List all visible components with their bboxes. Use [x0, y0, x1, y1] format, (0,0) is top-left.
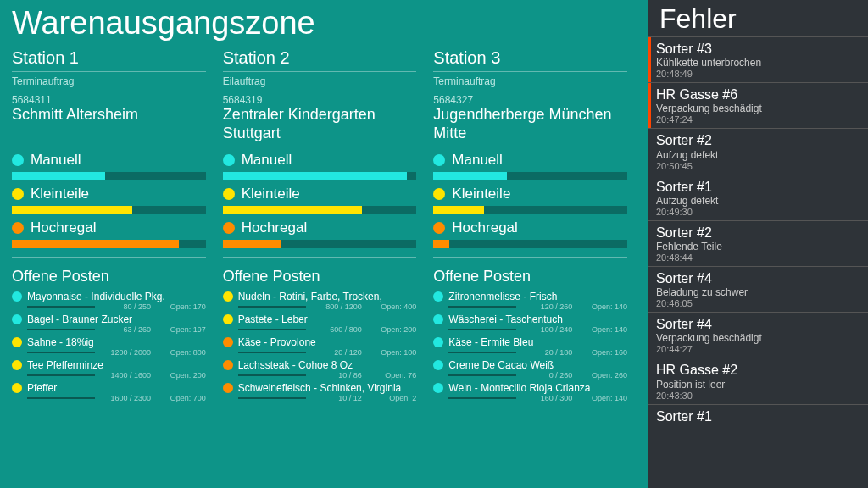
open-item[interactable]: Pfeffer 1600 / 2300 Open: 700: [12, 382, 206, 402]
item-dot-icon: [223, 360, 233, 370]
page-title: Warenausgangszone: [12, 5, 636, 42]
error-item[interactable]: HR Gasse #6 Verpackung beschädigt 20:47:…: [648, 82, 868, 128]
item-count: 120 / 260: [521, 302, 572, 311]
category-dot-icon: [223, 222, 235, 234]
open-item[interactable]: Schweinefleisch - Schinken, Virginia 10 …: [223, 382, 417, 402]
error-message: Position ist leer: [656, 379, 861, 391]
category-progress: [12, 172, 206, 180]
item-progress: [448, 397, 516, 399]
item-dot-icon: [12, 360, 22, 370]
item-open: Open: 200: [381, 325, 416, 334]
errors-list: Sorter #3 Kühlkette unterbrochen 20:48:4…: [648, 36, 868, 428]
error-message: Verpackung beschädigt: [656, 103, 861, 114]
item-progress: [448, 329, 516, 330]
error-item[interactable]: Sorter #3 Kühlkette unterbrochen 20:48:4…: [648, 36, 868, 82]
errors-panel: Fehler Sorter #3 Kühlkette unterbrochen …: [648, 0, 868, 488]
open-item[interactable]: Lachssteak - Cohoe 8 Oz 10 / 86 Open: 76: [223, 359, 417, 380]
station-column: Station 1 Terminauftrag 5684311 Schmitt …: [12, 45, 214, 488]
error-item[interactable]: Sorter #4 Beladung zu schwer 20:46:05: [648, 266, 868, 312]
separator: [12, 71, 206, 72]
stations-row: Station 1 Terminauftrag 5684311 Schmitt …: [12, 45, 636, 488]
station-column: Station 3 Terminauftrag 5684327 Jugendhe…: [425, 45, 636, 488]
item-progress: [27, 306, 95, 308]
item-name: Bagel - Brauner Zucker: [27, 313, 206, 325]
error-title: Sorter #2: [656, 225, 861, 241]
errors-title: Fehler: [648, 3, 868, 36]
item-count: 63 / 260: [100, 325, 151, 334]
error-item[interactable]: Sorter #2 Fehlende Teile 20:48:44: [648, 220, 868, 266]
item-name: Nudeln - Rotini, Farbe, Trocken,: [238, 291, 417, 302]
item-dot-icon: [433, 360, 443, 370]
category-row: Manuell: [223, 152, 417, 169]
category-row: Manuell: [12, 152, 206, 169]
error-item[interactable]: Sorter #2 Aufzug defekt 20:50:45: [648, 128, 868, 174]
item-progress: [238, 374, 306, 376]
item-count: 10 / 12: [311, 394, 362, 402]
item-open: Open: 2: [389, 394, 416, 402]
open-item[interactable]: Käse - Ermite Bleu 20 / 180 Open: 160: [433, 336, 627, 357]
separator: [223, 71, 417, 72]
error-item[interactable]: HR Gasse #2 Position ist leer 20:43:30: [648, 358, 868, 403]
open-item[interactable]: Bagel - Brauner Zucker 63 / 260 Open: 19…: [12, 313, 206, 334]
item-count: 160 / 300: [521, 394, 572, 402]
item-open: Open: 197: [170, 325, 206, 334]
category-label: Manuell: [452, 152, 503, 169]
error-title: HR Gasse #6: [656, 86, 861, 103]
order-type: Terminauftrag: [433, 75, 627, 87]
category-label: Hochregal: [452, 219, 518, 236]
item-dot-icon: [12, 291, 22, 302]
item-open: Open: 140: [592, 394, 627, 402]
open-item[interactable]: Wäscherei - Taschentuch 100 / 240 Open: …: [433, 313, 627, 334]
category-label: Manuell: [242, 152, 292, 169]
open-item[interactable]: Nudeln - Rotini, Farbe, Trocken, 800 / 1…: [223, 291, 417, 311]
item-progress: [238, 352, 306, 353]
open-item[interactable]: Zitronenmelisse - Frisch 120 / 260 Open:…: [433, 291, 627, 311]
error-time: 20:44:27: [656, 344, 861, 354]
error-item[interactable]: Sorter #1: [648, 404, 868, 428]
category-label: Manuell: [31, 152, 81, 169]
order-name: Zentraler Kindergarten Stuttgart: [223, 106, 417, 143]
open-item[interactable]: Creme De Cacao Weiß 0 / 260 Open: 260: [433, 359, 627, 380]
station-title: Station 1: [12, 48, 206, 68]
item-open: Open: 76: [385, 371, 416, 380]
error-item[interactable]: Sorter #4 Verpackung beschädigt 20:44:27: [648, 312, 868, 358]
open-item[interactable]: Käse - Provolone 20 / 120 Open: 100: [223, 336, 417, 357]
item-open: Open: 260: [592, 371, 627, 380]
error-time: 20:50:45: [656, 161, 861, 171]
error-title: Sorter #3: [656, 41, 861, 57]
item-count: 600 / 800: [311, 325, 362, 334]
item-open: Open: 700: [170, 394, 206, 402]
item-open: Open: 100: [381, 348, 416, 357]
category-row: Hochregal: [223, 219, 417, 236]
open-item[interactable]: Sahne - 18%ig 1200 / 2000 Open: 800: [12, 336, 206, 357]
open-items-title: Offene Posten: [12, 268, 206, 286]
order-name: Schmitt Altersheim: [12, 106, 206, 143]
item-dot-icon: [223, 291, 233, 302]
item-dot-icon: [223, 383, 233, 393]
category-dot-icon: [223, 154, 235, 166]
category-dot-icon: [433, 154, 445, 166]
error-item[interactable]: Sorter #1 Aufzug defekt 20:49:30: [648, 175, 868, 220]
order-name: Jugendherberge München Mitte: [433, 106, 627, 143]
error-title: Sorter #4: [656, 270, 861, 286]
error-title: HR Gasse #2: [656, 362, 861, 378]
error-time: 20:48:44: [656, 252, 861, 263]
open-item[interactable]: Wein - Montecillo Rioja Crianza 160 / 30…: [433, 382, 627, 402]
item-name: Creme De Cacao Weiß: [448, 359, 627, 371]
order-type: Terminauftrag: [12, 75, 206, 87]
open-items-title: Offene Posten: [433, 268, 627, 286]
item-dot-icon: [433, 314, 443, 324]
category-dot-icon: [12, 188, 24, 200]
open-item[interactable]: Tee Pfefferminze 1400 / 1600 Open: 200: [12, 359, 206, 380]
order-number: 5684311: [12, 94, 206, 106]
error-message: Aufzug defekt: [656, 195, 861, 207]
category-row: Kleinteile: [433, 186, 627, 202]
item-progress: [27, 374, 95, 376]
item-count: 1600 / 2300: [100, 394, 151, 402]
error-title: Sorter #2: [656, 132, 861, 148]
open-item[interactable]: Pastete - Leber 600 / 800 Open: 200: [223, 313, 417, 334]
open-item[interactable]: Mayonnaise - Individuelle Pkg. 80 / 250 …: [12, 291, 206, 311]
station-title: Station 3: [433, 48, 627, 68]
category-dot-icon: [223, 188, 235, 200]
category-label: Kleinteile: [452, 186, 510, 202]
